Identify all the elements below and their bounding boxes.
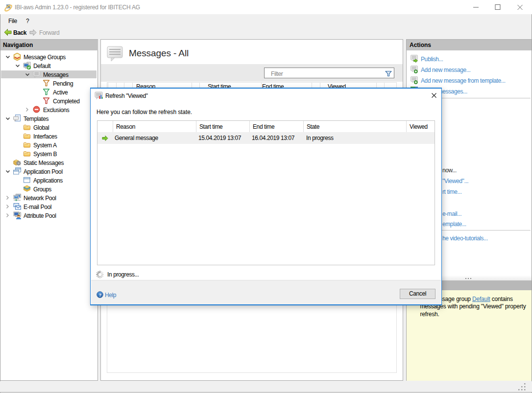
- svg-text:?: ?: [98, 292, 101, 297]
